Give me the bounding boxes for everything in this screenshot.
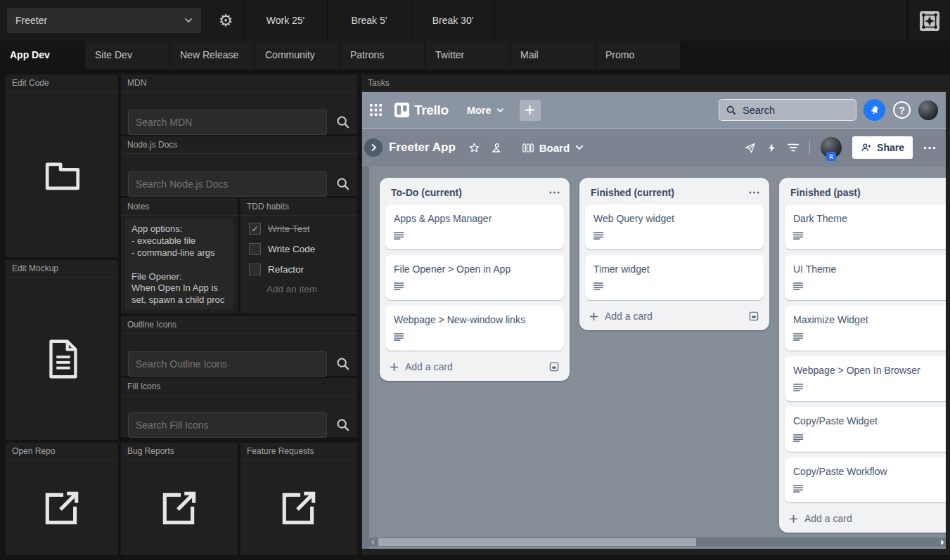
board-canvas: To-Do (current) Apps & Apps Manager File… (362, 167, 946, 549)
list-menu-button[interactable] (749, 191, 759, 194)
fill-icons-search-input[interactable] (128, 412, 327, 438)
checklist-item[interactable]: Write Code (249, 243, 349, 255)
trello-card[interactable]: Web Query widget (585, 204, 764, 249)
open-repo-link[interactable] (6, 460, 118, 555)
tab-twitter[interactable]: Twitter (425, 41, 511, 69)
card-template-icon[interactable] (548, 361, 560, 372)
gear-icon[interactable]: ⚙ (208, 0, 243, 41)
person-plus-icon (861, 142, 872, 153)
nodejs-search-input[interactable] (128, 171, 327, 197)
widget-title: Bug Reports (121, 443, 238, 460)
add-card-button[interactable]: Add a card (405, 361, 548, 372)
widget-title: Node.js Docs (121, 136, 357, 154)
card-template-icon[interactable] (748, 311, 759, 322)
board-menu-button[interactable] (923, 146, 936, 150)
trello-search-input[interactable]: Search (719, 99, 856, 121)
description-icon (394, 333, 404, 341)
trello-card[interactable]: File Opener > Open in App (385, 255, 564, 300)
feature-requests-link[interactable] (240, 460, 357, 555)
scrollbar-thumb[interactable] (378, 538, 696, 546)
tab-promo[interactable]: Promo (596, 41, 681, 69)
star-board-button[interactable] (468, 142, 480, 154)
search-icon[interactable] (336, 115, 350, 129)
checklist-item[interactable]: Write Test (249, 223, 349, 235)
automation-bolt-icon[interactable] (766, 142, 777, 154)
tab-community[interactable]: Community (255, 41, 340, 69)
widget-edit-mockup: Edit Mockup (6, 260, 118, 440)
trello-card[interactable]: Copy/Paste Widget (785, 407, 946, 452)
add-card-button[interactable]: Add a card (605, 311, 748, 322)
external-link-icon (278, 487, 320, 529)
bell-icon (869, 105, 880, 116)
apps-grid-icon[interactable] (370, 104, 382, 116)
board-member-avatar[interactable] (821, 137, 842, 158)
search-icon[interactable] (336, 418, 350, 432)
tab-app-dev[interactable]: App Dev (0, 41, 85, 69)
tab-patrons[interactable]: Patrons (340, 41, 425, 69)
avatar[interactable] (918, 100, 938, 120)
widget-outline-icons: Outline Icons (121, 316, 357, 376)
card-container: Dark Theme UI Theme Maximize Widget Webp… (783, 204, 946, 502)
filter-icon[interactable] (788, 143, 799, 152)
plus-icon (589, 312, 598, 321)
trello-card[interactable]: Maximize Widget (785, 306, 946, 351)
send-icon[interactable] (744, 142, 756, 154)
expand-sidebar-button[interactable] (364, 138, 383, 157)
search-icon[interactable] (336, 177, 350, 191)
outline-icons-search-input[interactable] (128, 351, 327, 377)
create-button[interactable] (520, 100, 541, 121)
checkbox[interactable] (249, 243, 261, 255)
open-folder-button[interactable] (6, 92, 118, 257)
list-name: Finished (current) (591, 187, 749, 198)
trello-card[interactable]: Copy/Paste Workflow (785, 457, 946, 502)
edit-mode-icon[interactable] (920, 11, 939, 31)
pomodoro-button[interactable]: Break 5' (328, 0, 411, 41)
trello-card[interactable]: Webpage > Open In Browser (785, 356, 946, 401)
mdn-search-input[interactable] (128, 110, 327, 135)
trello-list: Finished (current) Web Query widget Time… (579, 178, 769, 330)
widget-tasks: Tasks Trello More (361, 74, 950, 555)
widget-mdn: MDN (121, 74, 357, 134)
board-view-icon (522, 143, 534, 153)
checkbox[interactable] (249, 223, 261, 235)
bug-reports-link[interactable] (121, 460, 238, 555)
more-menu[interactable]: More (467, 105, 504, 116)
scroll-left-arrow[interactable] (371, 540, 374, 545)
share-button[interactable]: Share (852, 136, 913, 159)
pomodoro-button[interactable]: Break 30' (411, 0, 495, 41)
tab-new-release[interactable]: New Release (170, 41, 255, 69)
description-icon (593, 232, 604, 240)
add-item-button[interactable]: Add an item (267, 284, 349, 294)
search-icon[interactable] (336, 357, 350, 371)
tab-site-dev[interactable]: Site Dev (85, 41, 170, 69)
topbar-divider (907, 0, 908, 41)
notes-textarea[interactable]: App options: - executable file - command… (125, 219, 233, 309)
checkbox[interactable] (249, 263, 261, 275)
open-document-button[interactable] (6, 278, 118, 440)
trello-card[interactable]: Timer widget (585, 255, 764, 300)
workflow-select[interactable]: Freeter (7, 8, 201, 33)
board-view-switcher[interactable]: Board (522, 142, 584, 154)
help-button[interactable]: ? (893, 101, 911, 119)
tab-mail[interactable]: Mail (511, 41, 596, 69)
description-icon (793, 333, 804, 341)
trello-logo[interactable]: Trello (394, 103, 449, 118)
trello-card[interactable]: UI Theme (785, 255, 946, 300)
search-placeholder: Search (743, 105, 775, 116)
widget-tdd-habits: TDD habits Write Test Write Code Refacto… (240, 198, 357, 313)
notifications-button[interactable] (864, 99, 885, 121)
widget-nodejs-docs: Node.js Docs (121, 136, 357, 196)
trello-card[interactable]: Webpage > New-window links (385, 306, 564, 351)
horizontal-scrollbar[interactable] (369, 538, 946, 547)
checklist-item[interactable]: Refactor (249, 263, 349, 275)
trello-card[interactable]: Apps & Apps Manager (385, 204, 564, 249)
scroll-right-arrow[interactable] (941, 540, 944, 545)
workspace-visibility-icon[interactable] (490, 141, 503, 154)
widget-title: TDD habits (240, 198, 357, 216)
description-icon (593, 282, 604, 290)
list-menu-button[interactable] (549, 191, 560, 194)
add-card-button[interactable]: Add a card (804, 513, 946, 524)
pomodoro-button[interactable]: Work 25' (244, 0, 328, 41)
widget-title: Feature Requests (240, 443, 357, 460)
trello-card[interactable]: Dark Theme (785, 204, 946, 249)
